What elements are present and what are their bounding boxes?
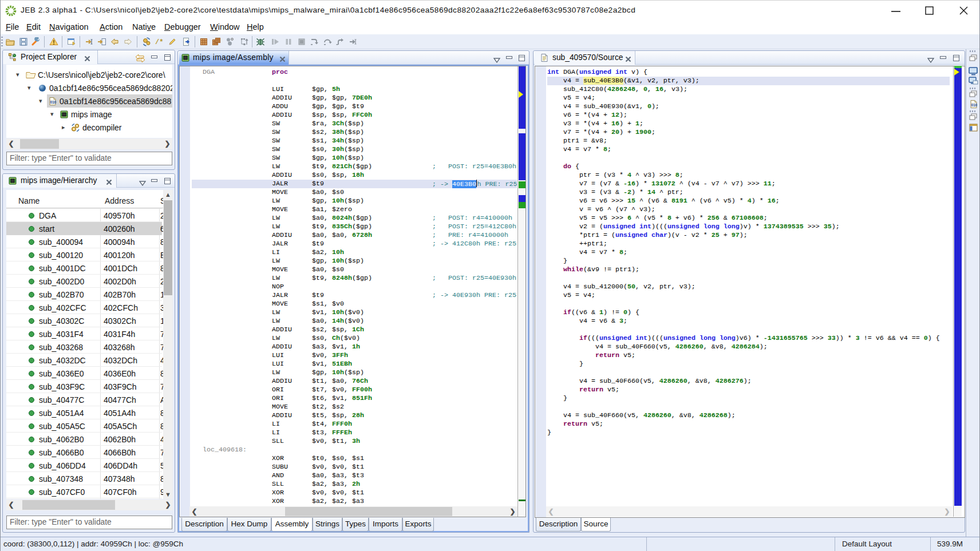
- svg-text:/*: /*: [155, 38, 163, 46]
- svg-text:010: 010: [50, 100, 56, 104]
- svg-text:010: 010: [971, 103, 977, 107]
